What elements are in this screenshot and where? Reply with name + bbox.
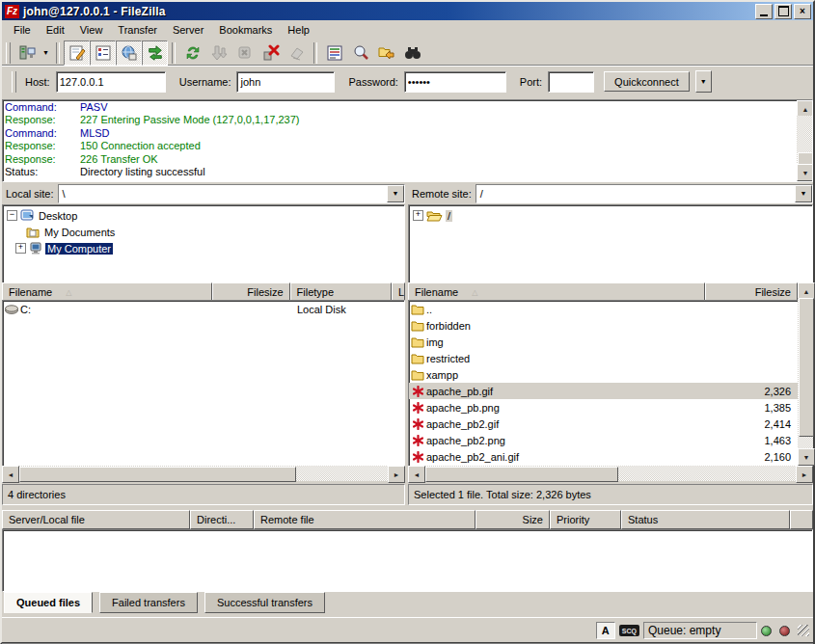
column-status[interactable]: Status <box>621 510 790 529</box>
resize-grip[interactable] <box>798 625 809 636</box>
column-filesize[interactable]: Filesize <box>212 282 290 302</box>
quickconnect-bar: Host: Username: Password: Port: Quickcon… <box>2 66 813 97</box>
queue-list[interactable] <box>2 529 813 592</box>
local-directory-tree[interactable]: − Desktop My Documents + My Computer <box>2 204 405 284</box>
menu-bookmarks[interactable]: Bookmarks <box>211 22 280 38</box>
file-row[interactable]: img <box>409 334 799 350</box>
file-row[interactable]: apache_pb2.gif2,414 <box>409 416 799 432</box>
remote-site-dropdown[interactable]: ▼ <box>795 185 812 202</box>
close-button[interactable]: × <box>794 4 811 19</box>
reconnect-button[interactable] <box>284 40 310 66</box>
menu-transfer[interactable]: Transfer <box>110 22 165 38</box>
file-row[interactable]: apache_pb.png1,385 <box>409 399 799 416</box>
file-row[interactable]: restricted <box>409 350 799 366</box>
scroll-thumb[interactable] <box>425 467 618 482</box>
menu-edit[interactable]: Edit <box>39 22 72 38</box>
menu-view[interactable]: View <box>72 22 111 38</box>
open-folder-icon <box>426 209 443 222</box>
column-filename[interactable]: Filename△ <box>2 282 212 302</box>
scroll-left-button[interactable]: ◄ <box>2 466 19 483</box>
expand-icon[interactable]: + <box>413 210 423 221</box>
remote-vertical-scrollbar[interactable]: ▲ ▼ <box>798 282 813 466</box>
image-file-icon <box>413 451 423 463</box>
local-horizontal-scrollbar[interactable]: ◄ ► <box>2 466 405 481</box>
toggle-remote-tree-button[interactable] <box>116 40 142 66</box>
scroll-down-button[interactable]: ▼ <box>797 164 813 181</box>
username-input[interactable] <box>236 71 335 93</box>
column-last-modified[interactable]: L <box>392 282 405 302</box>
local-site-combobox[interactable]: \ ▼ <box>58 184 405 203</box>
local-file-list[interactable]: C: Local Disk <box>2 300 405 468</box>
menu-server[interactable]: Server <box>165 22 211 38</box>
toggle-transfer-queue-button[interactable] <box>142 40 168 66</box>
disconnect-button[interactable] <box>258 40 284 66</box>
log-line: Command:MLSD <box>3 127 812 140</box>
tree-item-desktop[interactable]: − Desktop <box>3 207 404 224</box>
scroll-down-button[interactable]: ▼ <box>798 448 815 466</box>
directory-listing-icon <box>326 44 343 62</box>
tab-successful-transfers[interactable]: Successful transfers <box>204 592 325 613</box>
file-row[interactable]: C: Local Disk <box>3 301 404 317</box>
toggle-message-log-button[interactable] <box>64 40 90 66</box>
column-filename[interactable]: Filename△ <box>408 282 705 302</box>
process-queue-button[interactable] <box>205 40 231 66</box>
column-direction[interactable]: Directi... <box>190 510 254 529</box>
host-input[interactable] <box>56 71 166 93</box>
toggle-local-tree-button[interactable] <box>90 40 116 66</box>
directory-comparison-button[interactable] <box>373 40 399 66</box>
scroll-right-button[interactable]: ► <box>796 466 813 483</box>
minimize-button[interactable] <box>755 4 773 19</box>
column-size[interactable]: Size <box>475 510 550 529</box>
tree-item-root[interactable]: + / <box>409 207 812 224</box>
find-files-button[interactable] <box>399 40 425 66</box>
collapse-icon[interactable]: − <box>7 210 17 221</box>
refresh-button[interactable] <box>179 40 205 66</box>
scroll-thumb[interactable] <box>799 298 814 437</box>
site-manager-dropdown[interactable]: ▼ <box>40 41 52 65</box>
tree-item-my-computer[interactable]: + My Computer <box>3 240 404 256</box>
tab-failed-transfers[interactable]: Failed transfers <box>99 592 198 613</box>
column-remote-file[interactable]: Remote file <box>254 510 475 529</box>
password-input[interactable] <box>404 71 506 93</box>
menu-help[interactable]: Help <box>280 22 317 38</box>
scroll-thumb[interactable] <box>19 467 296 482</box>
column-priority[interactable]: Priority <box>550 510 621 529</box>
file-name: apache_pb2_ani.gif <box>426 451 691 463</box>
tree-item-my-documents[interactable]: My Documents <box>3 224 404 240</box>
cancel-operation-button[interactable] <box>231 40 258 66</box>
log-scrollbar[interactable]: ▲ ▼ <box>797 100 812 181</box>
transfer-type-indicator[interactable]: A <box>596 622 615 639</box>
column-server-local-file[interactable]: Server/Local file <box>2 510 190 529</box>
column-filesize[interactable]: Filesize <box>705 282 798 302</box>
scroll-left-button[interactable]: ◄ <box>408 466 425 483</box>
remote-directory-tree[interactable]: + / <box>408 204 813 284</box>
message-log[interactable]: Command:PASV Response:227 Entering Passi… <box>2 99 813 182</box>
file-row[interactable]: .. <box>409 301 799 317</box>
quickconnect-button[interactable]: Quickconnect <box>604 71 690 92</box>
title-bar[interactable]: Fz john@127.0.0.1 - FileZilla × <box>2 2 813 20</box>
filename-filters-button[interactable] <box>347 40 373 66</box>
column-filetype[interactable]: Filetype <box>290 282 392 302</box>
menu-file[interactable]: File <box>6 22 39 38</box>
remote-site-combobox[interactable]: / ▼ <box>475 184 813 203</box>
toolbar-grip <box>6 42 11 64</box>
maximize-button[interactable] <box>774 4 792 19</box>
scroll-right-button[interactable]: ► <box>388 466 405 483</box>
remote-horizontal-scrollbar[interactable]: ◄ ► <box>408 466 813 481</box>
site-manager-button[interactable] <box>14 40 40 66</box>
file-row[interactable]: apache_pb2_ani.gif2,160 <box>409 448 799 465</box>
filezilla-logo-icon: Fz <box>5 5 19 18</box>
quickconnect-dropdown[interactable]: ▼ <box>695 70 712 93</box>
file-row[interactable]: xampp <box>409 366 799 383</box>
speed-limits-indicator[interactable]: SCQ <box>619 625 639 636</box>
expand-icon[interactable]: + <box>15 243 26 254</box>
port-input[interactable] <box>548 71 594 93</box>
remote-file-list[interactable]: .. forbidden img restricted xampp apache… <box>408 300 800 468</box>
local-site-dropdown[interactable]: ▼ <box>387 185 404 202</box>
directory-listing-button[interactable] <box>321 40 347 66</box>
file-row-selected[interactable]: apache_pb.gif2,326 <box>409 383 799 399</box>
port-label: Port: <box>520 76 542 88</box>
tab-queued-files[interactable]: Queued files <box>4 592 93 613</box>
file-row[interactable]: forbidden <box>409 317 799 334</box>
file-row[interactable]: apache_pb2.png1,463 <box>409 432 799 448</box>
